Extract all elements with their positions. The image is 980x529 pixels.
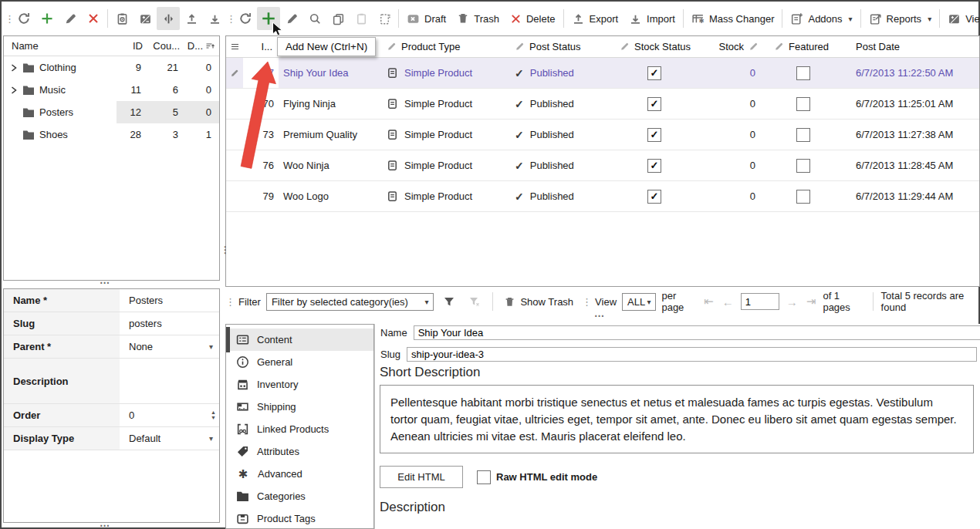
draft-button[interactable]: Draft — [401, 7, 451, 30]
tree-col-name[interactable]: Name — [4, 40, 117, 52]
split-view-button[interactable] — [157, 7, 180, 30]
col-post-status[interactable]: Post Status — [505, 36, 610, 57]
tree-col-d[interactable]: D... — [186, 40, 219, 52]
stock-status-checkbox[interactable] — [647, 97, 661, 111]
per-page-select[interactable]: ALL ▾ — [622, 293, 656, 311]
toolbar-drag-handle[interactable]: ⋮ — [226, 13, 234, 25]
edit-html-button[interactable]: Edit HTML — [380, 466, 463, 488]
grid-refresh-button[interactable] — [234, 7, 257, 30]
tab-inventory[interactable]: Inventory — [226, 373, 373, 396]
filter-drag-handle[interactable]: ⋮ — [225, 296, 233, 308]
addons-button[interactable]: Addons ▾ — [785, 7, 857, 30]
horizontal-splitter-handle[interactable] — [594, 313, 605, 319]
col-stock[interactable]: Stock — [698, 36, 765, 57]
category-description-input[interactable] — [120, 359, 219, 403]
tree-delete-button[interactable] — [82, 7, 105, 30]
product-row[interactable]: 73 Premium Quality Simple Product ✓Publi… — [226, 120, 979, 150]
copy-button[interactable] — [326, 7, 350, 30]
next-page-button[interactable]: → — [785, 295, 799, 308]
featured-checkbox[interactable] — [796, 66, 810, 80]
category-name-input[interactable]: Posters — [120, 289, 219, 312]
col-featured[interactable]: Featured — [765, 36, 842, 57]
tree-col-count[interactable]: Cou... — [149, 40, 186, 52]
category-row-clothing[interactable]: Clothing 9 21 0 — [4, 56, 219, 79]
category-row-music[interactable]: Music 11 6 0 — [4, 79, 219, 101]
mass-changer-button[interactable]: ✱ Mass Changer — [686, 7, 780, 30]
apply-filter-button[interactable] — [439, 290, 459, 313]
tab-attributes[interactable]: Attributes — [226, 440, 373, 463]
tree-add-button[interactable] — [35, 7, 59, 30]
category-order-stepper[interactable]: 0 ▲▼ — [120, 404, 219, 426]
featured-checkbox[interactable] — [796, 128, 810, 142]
last-page-button[interactable]: ⇥ — [805, 295, 818, 308]
clear-filter-button[interactable] — [465, 290, 485, 313]
tree-col-id[interactable]: ID — [117, 40, 149, 52]
stock-status-checkbox[interactable] — [647, 190, 661, 204]
search-button[interactable] — [303, 7, 326, 30]
import-button[interactable]: Import — [623, 7, 681, 30]
tree-refresh-button[interactable] — [12, 7, 35, 30]
paste-button[interactable] — [350, 7, 373, 30]
vertical-splitter-handle[interactable] — [221, 248, 230, 251]
product-row[interactable]: 67 Ship Your Idea Simple Product ✓Publis… — [226, 58, 979, 89]
product-name-input[interactable] — [414, 325, 980, 340]
add-new-button[interactable] — [257, 7, 280, 30]
product-name[interactable]: Flying Ninja — [279, 89, 377, 119]
horizontal-splitter-handle[interactable] — [100, 280, 110, 286]
toolbar-drag-handle[interactable]: ⋮ — [5, 13, 12, 25]
grid-menu-icon[interactable] — [226, 36, 243, 57]
tab-content[interactable]: Content — [226, 329, 373, 351]
featured-checkbox[interactable] — [796, 159, 810, 173]
raw-html-checkbox[interactable] — [477, 470, 491, 484]
product-name[interactable]: Ship Your Idea — [279, 58, 377, 88]
col-id[interactable]: I... — [243, 36, 279, 57]
category-row-posters[interactable]: Posters 12 5 0 — [4, 101, 219, 123]
view-button[interactable]: View ▾ — [942, 7, 980, 30]
pagination-drag-handle[interactable]: ⋮ — [582, 296, 590, 308]
horizontal-splitter-handle[interactable] — [100, 523, 110, 529]
product-name[interactable]: Premium Quality — [279, 120, 377, 150]
stock-status-checkbox[interactable] — [647, 66, 661, 80]
export-button[interactable]: Export — [566, 7, 624, 30]
col-post-date[interactable]: Post Date — [842, 36, 979, 57]
category-parent-select[interactable]: None ▾ — [120, 335, 219, 358]
preview-clipboard-button[interactable] — [110, 7, 133, 30]
product-slug-input[interactable] — [407, 347, 977, 362]
expand-chevron-icon[interactable] — [10, 64, 18, 72]
reports-button[interactable]: Reports ▾ — [863, 7, 938, 30]
tab-categories[interactable]: Categories — [226, 485, 373, 507]
col-product-type[interactable]: Product Type — [377, 36, 505, 57]
first-page-button[interactable]: ⇤ — [702, 295, 715, 308]
stepper-arrows-icon[interactable]: ▲▼ — [211, 410, 216, 420]
tab-general[interactable]: General — [226, 351, 373, 373]
category-row-shoes[interactable]: Shoes 28 3 1 — [4, 123, 219, 146]
featured-checkbox[interactable] — [796, 190, 810, 204]
prev-page-button[interactable]: ← — [721, 295, 735, 308]
col-stock-status[interactable]: Stock Status — [610, 36, 698, 57]
tab-linked-products[interactable]: Linked Products — [226, 418, 373, 440]
featured-checkbox[interactable] — [796, 97, 810, 111]
tab-advanced[interactable]: ✱ Advanced — [226, 463, 373, 485]
show-trash-button[interactable]: Show Trash — [501, 290, 576, 313]
short-description-editor[interactable]: Pellentesque habitant morbi tristique se… — [380, 385, 974, 453]
category-display-type-select[interactable]: Default ▾ — [120, 427, 219, 450]
category-slug-input[interactable]: posters — [120, 312, 219, 335]
product-row[interactable]: 79 Woo Logo Simple Product ✓Published 0 … — [226, 181, 979, 212]
product-name[interactable]: Woo Ninja — [279, 150, 377, 180]
tab-product-tags[interactable]: Product Tags — [226, 507, 373, 529]
tree-export-button[interactable] — [180, 7, 203, 30]
stock-status-checkbox[interactable] — [647, 159, 661, 173]
page-number-input[interactable] — [741, 293, 779, 310]
stock-status-checkbox[interactable] — [647, 128, 661, 142]
product-name[interactable]: Woo Logo — [279, 181, 377, 211]
delete-button[interactable]: Delete — [505, 7, 561, 30]
tree-edit-button[interactable] — [59, 7, 82, 30]
grid-edit-button[interactable] — [280, 7, 303, 30]
tab-shipping[interactable]: Shipping — [226, 396, 373, 418]
paste-special-button[interactable] — [373, 7, 396, 30]
trash-button[interactable]: Trash — [451, 7, 505, 30]
tree-import-button[interactable] — [203, 7, 226, 30]
filter-select[interactable]: Filter by selected category(ies) ▾ — [266, 293, 434, 311]
product-row[interactable]: 76 Woo Ninja Simple Product ✓Published 0… — [226, 150, 979, 181]
product-row[interactable]: 70 Flying Ninja Simple Product ✓Publishe… — [226, 89, 979, 120]
